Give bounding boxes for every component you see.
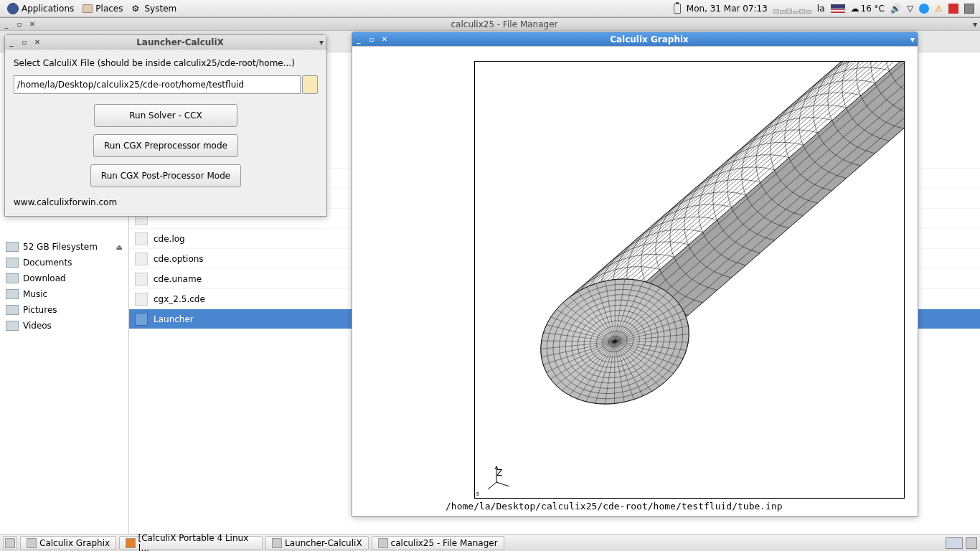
show-desktop-button[interactable] bbox=[3, 536, 17, 550]
run-solver-button[interactable]: Run Solver - CCX bbox=[94, 104, 237, 127]
place-label: Music bbox=[23, 289, 47, 299]
folder-icon bbox=[6, 321, 19, 331]
keyboard-label: la bbox=[817, 4, 825, 14]
launcher-window: _ ▫ ✕ Launcher-CalculiX ▾ Select Calculi… bbox=[4, 34, 327, 217]
browse-button[interactable] bbox=[302, 75, 318, 94]
eject-icon[interactable]: ⏏ bbox=[116, 243, 123, 251]
file-path-input[interactable] bbox=[14, 75, 301, 94]
fm-window-menu[interactable]: ▾ bbox=[970, 19, 980, 29]
places-label: Places bbox=[95, 4, 123, 14]
wall-icon bbox=[948, 4, 958, 14]
workspace-switcher[interactable] bbox=[946, 537, 963, 549]
fm-title: calculix25 - File Manager bbox=[39, 19, 970, 29]
task-launcher[interactable]: Launcher-CalculiX bbox=[265, 536, 369, 550]
place-filesystem[interactable]: 52 GB Filesystem⏏ bbox=[0, 239, 128, 255]
app-icon bbox=[272, 538, 282, 548]
launcher-titlebar[interactable]: _ ▫ ✕ Launcher-CalculiX ▾ bbox=[5, 35, 326, 50]
task-label: Calculix Graphix bbox=[39, 538, 110, 548]
firewall-indicator[interactable] bbox=[946, 4, 961, 14]
battery-icon bbox=[674, 4, 681, 14]
volume-icon: 🔊 bbox=[890, 4, 901, 14]
alert-indicator[interactable]: ⚠ bbox=[932, 4, 946, 14]
applications-menu[interactable]: Applications bbox=[3, 3, 78, 14]
drive-icon bbox=[6, 242, 19, 252]
task-label: calculix25 - File Manager bbox=[391, 538, 498, 548]
system-menu[interactable]: ⚙ System bbox=[127, 4, 181, 14]
fm-close-button[interactable]: ✕ bbox=[27, 19, 37, 29]
place-label: Pictures bbox=[23, 305, 57, 315]
graphix-canvas[interactable]: Z s bbox=[474, 61, 905, 499]
clock[interactable]: Mon, 31 Mar 07:13 bbox=[684, 4, 771, 14]
graphix-maximize-button[interactable]: ▫ bbox=[367, 34, 377, 44]
places-icon bbox=[83, 4, 93, 13]
applications-label: Applications bbox=[22, 4, 74, 14]
place-music[interactable]: Music bbox=[0, 286, 128, 302]
task-browser[interactable]: [CalculiX Portable 4 Linux |... bbox=[119, 536, 263, 550]
place-videos[interactable]: Videos bbox=[0, 318, 128, 334]
system-icon: ⚙ bbox=[131, 4, 141, 14]
folder-icon bbox=[6, 273, 19, 283]
run-preprocessor-button[interactable]: Run CGX Preprocessor mode bbox=[93, 134, 238, 157]
flag-indicator[interactable] bbox=[828, 4, 848, 13]
launcher-title: Launcher-CalculiX bbox=[44, 37, 316, 47]
place-download[interactable]: Download bbox=[0, 270, 128, 286]
task-filemanager[interactable]: calculix25 - File Manager bbox=[372, 536, 504, 550]
axis-z-label: Z bbox=[496, 468, 502, 478]
mesh-svg bbox=[475, 62, 905, 499]
file-icon bbox=[135, 293, 148, 306]
place-documents[interactable]: Documents bbox=[0, 255, 128, 270]
exit-icon bbox=[964, 4, 974, 14]
clock-text: Mon, 31 Mar 07:13 bbox=[687, 4, 768, 14]
launcher-prompt: Select CalculiX File (should be inside c… bbox=[14, 58, 318, 68]
run-postprocessor-button[interactable]: Run CGX Post-Processor Mode bbox=[90, 164, 241, 187]
us-flag-icon bbox=[831, 4, 845, 13]
task-label: Launcher-CalculiX bbox=[285, 538, 362, 548]
launcher-window-menu[interactable]: ▾ bbox=[316, 37, 326, 47]
app-icon bbox=[27, 538, 37, 548]
graphix-close-button[interactable]: ✕ bbox=[380, 34, 390, 44]
logout-button[interactable] bbox=[961, 4, 977, 14]
file-icon bbox=[135, 253, 148, 265]
weather-icon: ☁ bbox=[851, 4, 859, 14]
corner-label: s bbox=[476, 489, 479, 497]
svg-line-88 bbox=[488, 482, 496, 489]
place-label: 52 GB Filesystem bbox=[23, 242, 98, 252]
launcher-maximize-button[interactable]: ▫ bbox=[19, 37, 29, 47]
volume-indicator[interactable]: 🔊 bbox=[887, 4, 904, 14]
graphix-minimize-button[interactable]: _ bbox=[354, 34, 364, 44]
cpu-monitor[interactable] bbox=[771, 4, 814, 14]
info-icon bbox=[919, 4, 929, 14]
graphix-titlebar[interactable]: _ ▫ ✕ Calculix Graphix ▾ bbox=[352, 32, 918, 47]
launcher-close-button[interactable]: ✕ bbox=[32, 37, 42, 47]
graphix-filepath: /home/la/Desktop/calculix25/cde-root/hom… bbox=[446, 501, 783, 512]
firefox-icon bbox=[126, 538, 135, 548]
alert-icon: ⚠ bbox=[935, 4, 943, 14]
task-graphix[interactable]: Calculix Graphix bbox=[20, 536, 116, 550]
graphix-window: _ ▫ ✕ Calculix Graphix ▾ bbox=[352, 32, 918, 517]
battery-indicator[interactable] bbox=[671, 4, 684, 14]
graphix-window-menu[interactable]: ▾ bbox=[908, 34, 918, 44]
graphix-title: Calculix Graphix bbox=[391, 34, 908, 44]
taskbar: Calculix Graphix [CalculiX Portable 4 Li… bbox=[0, 534, 980, 551]
folder-icon bbox=[6, 305, 19, 315]
fm-maximize-button[interactable]: ▫ bbox=[14, 19, 24, 29]
launcher-website: www.calculixforwin.com bbox=[14, 197, 318, 207]
folder-icon bbox=[6, 289, 19, 299]
network-indicator[interactable]: ▽ bbox=[904, 4, 916, 14]
system-label: System bbox=[144, 4, 176, 14]
places-menu[interactable]: Places bbox=[78, 4, 127, 14]
weather-text: 16 °C bbox=[861, 4, 885, 14]
applications-icon bbox=[7, 3, 19, 14]
launcher-minimize-button[interactable]: _ bbox=[6, 37, 17, 47]
desktop-icon bbox=[5, 538, 15, 548]
file-icon bbox=[135, 313, 148, 326]
wifi-icon: ▽ bbox=[907, 4, 913, 14]
trash-icon[interactable] bbox=[966, 537, 977, 549]
place-pictures[interactable]: Pictures bbox=[0, 302, 128, 318]
keyboard-layout[interactable]: la bbox=[814, 4, 828, 14]
weather-indicator[interactable]: ☁ 16 °C bbox=[848, 4, 887, 14]
update-indicator[interactable] bbox=[916, 4, 932, 14]
file-manager-titlebar[interactable]: _ ▫ ✕ calculix25 - File Manager ▾ bbox=[0, 18, 980, 31]
fm-minimize-button[interactable]: _ bbox=[1, 19, 11, 29]
svg-line-87 bbox=[496, 482, 509, 486]
